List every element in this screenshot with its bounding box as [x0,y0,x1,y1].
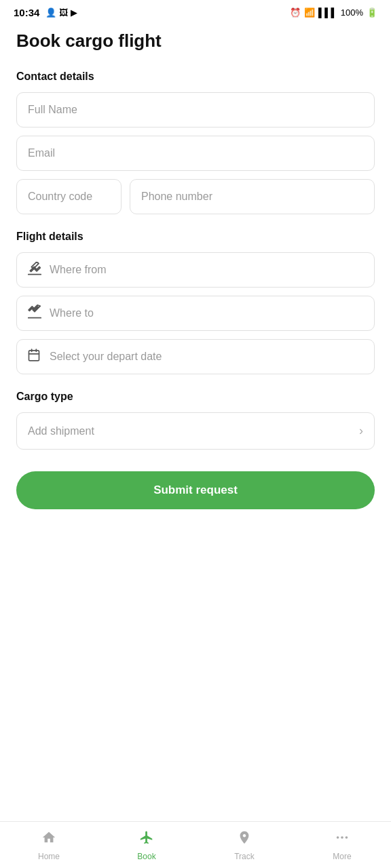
svg-point-5 [341,836,343,839]
country-code-input[interactable] [16,179,122,214]
where-from-input[interactable] [16,252,375,288]
where-to-input[interactable] [16,296,375,331]
nav-item-track[interactable]: Track [196,822,293,868]
battery-icon: 🔋 [367,7,377,18]
svg-rect-0 [29,351,39,361]
svg-point-6 [346,836,348,839]
cargo-type-label: Cargo type [16,391,375,403]
flight-details-label: Flight details [16,231,375,243]
depart-date-input[interactable] [16,339,375,374]
status-bar: 10:34 👤 🖼 ▶ ⏰ 📶 ▌▌▌ 100% 🔋 [0,0,391,22]
page-content: Book cargo flight Contact details Flight… [0,22,391,821]
contact-details-label: Contact details [16,71,375,83]
alarm-icon: ⏰ [290,7,301,18]
add-shipment-button[interactable]: Add shipment › [16,412,375,450]
full-name-input[interactable] [16,92,375,127]
phone-number-input[interactable] [130,179,375,214]
page-title: Book cargo flight [16,31,375,52]
status-icons-left: 👤 🖼 ▶ [45,7,77,18]
where-to-wrapper [16,296,375,331]
chevron-right-icon: › [359,424,363,438]
signal-icon: ▌▌▌ [318,7,337,18]
nav-label-track: Track [234,852,255,861]
wifi-icon: 📶 [304,7,315,18]
takeoff-icon [27,261,42,279]
home-icon [41,830,56,849]
nav-label-home: Home [38,852,60,861]
flight-details-section: Flight details [16,231,375,374]
cargo-type-section: Cargo type Add shipment › [16,391,375,450]
where-from-wrapper [16,252,375,288]
nav-item-more[interactable]: More [293,822,391,868]
status-time: 10:34 [14,7,39,18]
status-icons-right: ⏰ 📶 ▌▌▌ 100% 🔋 [290,7,377,18]
nav-label-book: Book [137,852,155,861]
phone-row [16,179,375,214]
landing-icon [27,304,42,323]
svg-point-4 [337,836,339,839]
submit-button[interactable]: Submit request [16,471,375,509]
bottom-nav: Home Book Track More [0,821,391,868]
email-input[interactable] [16,136,375,171]
add-shipment-text: Add shipment [28,425,94,437]
battery-text: 100% [341,7,363,18]
book-flight-icon [139,830,154,849]
nav-item-home[interactable]: Home [0,822,98,868]
nav-item-book[interactable]: Book [98,822,196,868]
more-icon [335,830,350,849]
contact-details-section: Contact details [16,71,375,214]
track-icon [237,830,252,849]
nav-label-more: More [333,852,351,861]
calendar-icon [27,349,41,366]
depart-date-wrapper [16,339,375,374]
